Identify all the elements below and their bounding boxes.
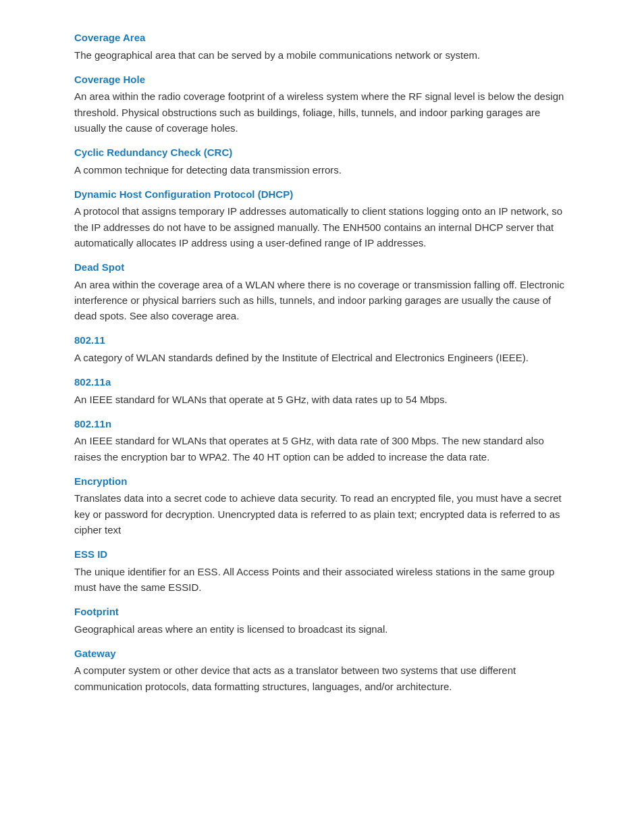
term-title-ess-id: ESS ID bbox=[74, 547, 570, 563]
term-desc-ess-id: The unique identifier for an ESS. All Ac… bbox=[74, 564, 570, 596]
term-desc-crc: A common technique for detecting data tr… bbox=[74, 162, 570, 178]
term-desc-coverage-hole: An area within the radio coverage footpr… bbox=[74, 88, 570, 136]
term-desc-dead-spot: An area within the coverage area of a WL… bbox=[74, 277, 570, 324]
term-title-80211a: 802.11a bbox=[74, 375, 570, 390]
term-desc-80211: A category of WLAN standards defined by … bbox=[74, 350, 570, 365]
term-desc-80211a: An IEEE standard for WLANs that operate … bbox=[74, 392, 570, 407]
term-title-footprint: Footprint bbox=[74, 604, 570, 620]
term-desc-coverage-area: The geographical area that can be served… bbox=[74, 47, 570, 63]
term-title-dead-spot: Dead Spot bbox=[74, 260, 570, 276]
glossary-container: Coverage AreaThe geographical area that … bbox=[74, 30, 570, 694]
term-desc-gateway: A computer system or other device that a… bbox=[74, 662, 570, 694]
term-title-crc: Cyclic Redundancy Check (CRC) bbox=[74, 145, 570, 161]
term-title-coverage-hole: Coverage Hole bbox=[74, 72, 570, 88]
term-desc-dhcp: A protocol that assigns temporary IP add… bbox=[74, 203, 570, 251]
term-title-80211n: 802.11n bbox=[74, 417, 570, 432]
term-title-encryption: Encryption bbox=[74, 474, 570, 490]
term-title-80211: 802.11 bbox=[74, 333, 570, 348]
term-desc-footprint: Geographical areas where an entity is li… bbox=[74, 621, 570, 637]
term-title-gateway: Gateway bbox=[74, 646, 570, 662]
term-title-dhcp: Dynamic Host Configuration Protocol (DHC… bbox=[74, 187, 570, 203]
term-title-coverage-area: Coverage Area bbox=[74, 30, 570, 46]
term-desc-80211n: An IEEE standard for WLANs that operates… bbox=[74, 433, 570, 465]
term-desc-encryption: Translates data into a secret code to ac… bbox=[74, 490, 570, 538]
